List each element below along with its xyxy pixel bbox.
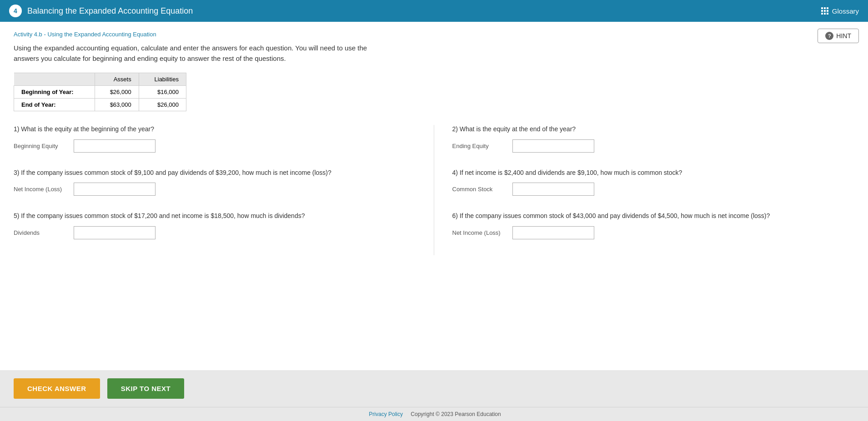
question-1-text: 1) What is the equity at the beginning o… bbox=[14, 125, 420, 134]
question-2-block: 2) What is the equity at the end of the … bbox=[452, 125, 855, 153]
activity-number-badge: 4 bbox=[9, 5, 22, 17]
table-row: Beginning of Year: $26,000 $16,000 bbox=[14, 86, 186, 99]
question-3-input[interactable] bbox=[74, 183, 156, 196]
question-5-input[interactable] bbox=[74, 226, 156, 239]
bottom-footer: Privacy Policy Copyright © 2023 Pearson … bbox=[0, 407, 868, 421]
copyright-text: Copyright © 2023 Pearson Education bbox=[411, 411, 501, 417]
data-table: Assets Liabilities Beginning of Year: $2… bbox=[14, 73, 186, 111]
table-header-assets: Assets bbox=[95, 73, 139, 86]
question-3-label: Net Income (Loss) bbox=[14, 186, 68, 193]
privacy-policy-link[interactable]: Privacy Policy bbox=[369, 411, 403, 417]
question-4-text: 4) If net income is $2,400 and dividends… bbox=[452, 168, 855, 178]
question-3-block: 3) If the company issues common stock of… bbox=[14, 168, 420, 196]
table-cell-boy-label: Beginning of Year: bbox=[14, 86, 95, 99]
question-5-block: 5) If the company issues common stock of… bbox=[14, 212, 420, 239]
glossary-label: Glossary bbox=[832, 7, 859, 15]
glossary-button[interactable]: Glossary bbox=[821, 7, 859, 15]
question-5-text: 5) If the company issues common stock of… bbox=[14, 212, 420, 221]
hint-icon: ? bbox=[825, 32, 833, 40]
grid-icon bbox=[821, 7, 828, 15]
question-4-answer-row: Common Stock bbox=[452, 183, 855, 196]
question-5-answer-row: Dividends bbox=[14, 226, 420, 239]
header-title: Balancing the Expanded Accounting Equati… bbox=[27, 6, 193, 16]
questions-right-column: 2) What is the equity at the end of the … bbox=[434, 125, 855, 255]
question-1-input[interactable] bbox=[74, 139, 156, 153]
app-header: 4 Balancing the Expanded Accounting Equa… bbox=[0, 0, 868, 22]
questions-grid: 1) What is the equity at the beginning o… bbox=[14, 125, 854, 255]
question-2-label: Ending Equity bbox=[452, 143, 507, 149]
hint-button[interactable]: ? HINT bbox=[818, 29, 859, 43]
question-6-text: 6) If the company issues common stock of… bbox=[452, 212, 855, 221]
question-6-label: Net Income (Loss) bbox=[452, 229, 507, 236]
main-content: ? HINT Activity 4.b - Using the Expanded… bbox=[0, 22, 868, 370]
question-6-input[interactable] bbox=[512, 226, 594, 239]
description-text: Using the expanded accounting equation, … bbox=[14, 43, 368, 64]
footer-bar: CHECK ANSWER SKIP TO NEXT bbox=[0, 370, 868, 407]
question-6-answer-row: Net Income (Loss) bbox=[452, 226, 855, 239]
table-header-empty bbox=[14, 73, 95, 86]
hint-label: HINT bbox=[836, 32, 851, 40]
table-cell-boy-liabilities: $16,000 bbox=[139, 86, 186, 99]
check-answer-button[interactable]: CHECK ANSWER bbox=[14, 378, 100, 399]
question-4-block: 4) If net income is $2,400 and dividends… bbox=[452, 168, 855, 196]
question-2-text: 2) What is the equity at the end of the … bbox=[452, 125, 855, 134]
table-cell-eoy-assets: $63,000 bbox=[95, 99, 139, 111]
skip-to-next-button[interactable]: SKIP TO NEXT bbox=[107, 378, 185, 399]
table-cell-eoy-liabilities: $26,000 bbox=[139, 99, 186, 111]
question-5-label: Dividends bbox=[14, 229, 68, 236]
questions-left-column: 1) What is the equity at the beginning o… bbox=[14, 125, 434, 255]
question-2-answer-row: Ending Equity bbox=[452, 139, 855, 153]
header-left: 4 Balancing the Expanded Accounting Equa… bbox=[9, 5, 193, 17]
table-row: End of Year: $63,000 $26,000 bbox=[14, 99, 186, 111]
question-2-input[interactable] bbox=[512, 139, 594, 153]
table-header-liabilities: Liabilities bbox=[139, 73, 186, 86]
table-cell-eoy-label: End of Year: bbox=[14, 99, 95, 111]
question-1-label: Beginning Equity bbox=[14, 143, 68, 149]
question-6-block: 6) If the company issues common stock of… bbox=[452, 212, 855, 239]
question-3-answer-row: Net Income (Loss) bbox=[14, 183, 420, 196]
question-3-text: 3) If the company issues common stock of… bbox=[14, 168, 420, 178]
table-cell-boy-assets: $26,000 bbox=[95, 86, 139, 99]
question-1-answer-row: Beginning Equity bbox=[14, 139, 420, 153]
question-4-label: Common Stock bbox=[452, 186, 507, 193]
question-1-block: 1) What is the equity at the beginning o… bbox=[14, 125, 420, 153]
activity-link[interactable]: Activity 4.b - Using the Expanded Accoun… bbox=[14, 31, 854, 38]
question-4-input[interactable] bbox=[512, 183, 594, 196]
